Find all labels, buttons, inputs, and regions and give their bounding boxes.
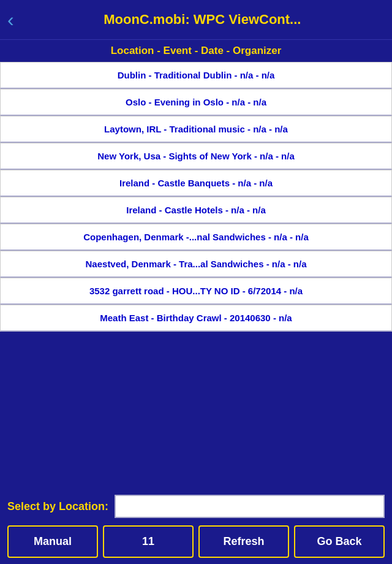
list-item[interactable]: Oslo - Evening in Oslo - n/a - n/a [0, 89, 392, 116]
back-button[interactable]: ‹ [7, 10, 14, 29]
go-back-button[interactable]: Go Back [294, 525, 385, 558]
list-item[interactable]: 3532 garrett road - HOU...TY NO ID - 6/7… [0, 278, 392, 305]
event-list: Dublin - Traditional Dublin - n/a - n/aO… [0, 62, 392, 489]
count-button[interactable]: 11 [103, 525, 194, 558]
header: ‹ MoonC.mobi: WPC ViewCont... [0, 0, 392, 39]
list-item[interactable]: Meath East - Birthday Crawl - 20140630 -… [0, 305, 392, 332]
button-row: Manual 11 Refresh Go Back [7, 525, 385, 558]
refresh-button[interactable]: Refresh [198, 525, 289, 558]
list-item[interactable]: Laytown, IRL - Traditional music - n/a -… [0, 116, 392, 143]
list-item[interactable]: Copenhagen, Denmark -...nal Sandwiches -… [0, 224, 392, 251]
list-item[interactable]: Naestved, Denmark - Tra...al Sandwiches … [0, 251, 392, 278]
column-labels: Location - Event - Date - Organizer [0, 39, 392, 62]
manual-button[interactable]: Manual [7, 525, 98, 558]
location-label: Select by Location: [7, 500, 108, 513]
location-input[interactable] [115, 495, 385, 518]
list-item[interactable]: Ireland - Castle Hotels - n/a - n/a [0, 197, 392, 224]
location-select-row: Select by Location: [7, 495, 385, 518]
bottom-section: Select by Location: Manual 11 Refresh Go… [0, 489, 392, 564]
header-title: MoonC.mobi: WPC ViewCont... [20, 12, 385, 28]
list-item[interactable]: New York, Usa - Sights of New York - n/a… [0, 143, 392, 170]
list-item[interactable]: Dublin - Traditional Dublin - n/a - n/a [0, 62, 392, 89]
list-item[interactable]: Ireland - Castle Banquets - n/a - n/a [0, 170, 392, 197]
